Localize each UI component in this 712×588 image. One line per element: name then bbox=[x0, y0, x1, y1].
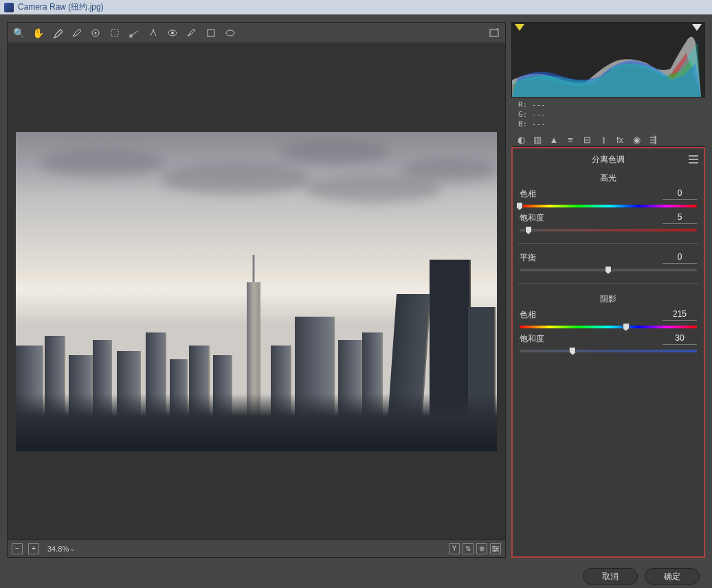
zoom-value: 34.8% bbox=[47, 545, 69, 553]
canvas[interactable] bbox=[8, 43, 505, 539]
tab-curve-icon[interactable]: ▥ bbox=[531, 133, 544, 146]
graduated-filter-icon[interactable] bbox=[204, 26, 218, 40]
shadows-hue-value[interactable]: 215 bbox=[663, 309, 697, 321]
histogram[interactable] bbox=[511, 22, 705, 98]
zoom-tool-icon[interactable]: 🔍 bbox=[12, 26, 25, 40]
panel-menu-icon[interactable] bbox=[689, 155, 698, 163]
crop-tool-icon[interactable] bbox=[108, 26, 122, 40]
shadows-sat-slider[interactable] bbox=[520, 348, 697, 354]
tab-presets-icon[interactable]: ⇶ bbox=[646, 133, 660, 146]
zoom-dropdown[interactable]: 34.8% ⌵ bbox=[45, 543, 78, 554]
highlights-sat-row: 饱和度 5 bbox=[513, 210, 704, 234]
tab-camera-icon[interactable]: ◉ bbox=[630, 133, 643, 146]
shadows-sat-row: 饱和度 30 bbox=[513, 330, 704, 354]
highlights-heading: 高光 bbox=[513, 168, 704, 185]
highlights-sat-value[interactable]: 5 bbox=[663, 212, 697, 224]
svg-rect-3 bbox=[111, 30, 118, 36]
balance-slider[interactable] bbox=[520, 267, 697, 273]
highlights-hue-value[interactable]: 0 bbox=[663, 188, 697, 200]
svg-rect-11 bbox=[490, 30, 498, 36]
shadows-sat-label: 饱和度 bbox=[520, 333, 544, 345]
statusbar: − + 34.8% ⌵ Y ⇅ ⊕ bbox=[8, 539, 505, 557]
spot-removal-icon[interactable] bbox=[146, 26, 160, 40]
panel-tabs: ◐ ▥ ▲ ≡ ⊟ ⫿ fx ◉ ⇶ bbox=[511, 132, 705, 147]
rgb-readout: R: --- G: --- B: --- bbox=[511, 98, 705, 132]
b-value: B: --- bbox=[518, 120, 698, 129]
shadows-sat-value[interactable]: 30 bbox=[663, 333, 697, 345]
balance-value[interactable]: 0 bbox=[663, 252, 697, 264]
sliders-icon[interactable] bbox=[490, 543, 501, 554]
redeye-tool-icon[interactable] bbox=[166, 26, 179, 40]
chevron-down-icon: ⌵ bbox=[70, 544, 75, 553]
preview-toggle-icon[interactable] bbox=[487, 26, 501, 40]
svg-point-0 bbox=[73, 35, 74, 36]
tab-fx-icon[interactable]: fx bbox=[613, 133, 627, 146]
ok-button[interactable]: 确定 bbox=[645, 568, 700, 585]
radial-filter-icon[interactable] bbox=[223, 26, 237, 40]
balance-row: 平衡 0 bbox=[513, 249, 704, 273]
svg-rect-9 bbox=[208, 30, 214, 36]
footer: 取消 确定 bbox=[0, 565, 712, 588]
tab-hsl-icon[interactable]: ≡ bbox=[564, 133, 577, 146]
eyedropper-icon[interactable] bbox=[50, 26, 64, 40]
balance-label: 平衡 bbox=[520, 252, 536, 264]
before-after-y-icon[interactable]: Y bbox=[449, 543, 460, 554]
preview-pane: 🔍 ✋ bbox=[7, 22, 506, 558]
titlebar: Camera Raw (纽约.jpg) bbox=[0, 0, 712, 15]
copy-settings-icon[interactable]: ⊕ bbox=[476, 543, 487, 554]
shadows-heading: 阴影 bbox=[513, 289, 704, 306]
panel-body: 分离色调 高光 色相 0 饱和度 5 bbox=[511, 147, 705, 558]
highlights-hue-slider[interactable] bbox=[520, 203, 697, 210]
svg-point-8 bbox=[171, 32, 174, 34]
highlights-hue-row: 色相 0 bbox=[513, 185, 704, 210]
panel-title: 分离色调 bbox=[592, 155, 625, 164]
zoom-in-button[interactable]: + bbox=[28, 543, 39, 554]
tab-basic-icon[interactable]: ◐ bbox=[514, 133, 528, 146]
panel-title-row: 分离色调 bbox=[513, 151, 704, 168]
straighten-tool-icon[interactable] bbox=[127, 26, 141, 40]
svg-line-4 bbox=[130, 31, 138, 36]
cancel-button[interactable]: 取消 bbox=[583, 568, 638, 585]
divider bbox=[518, 283, 698, 284]
tab-detail-icon[interactable]: ▲ bbox=[547, 133, 561, 146]
svg-point-17 bbox=[494, 550, 496, 551]
divider bbox=[518, 243, 698, 244]
svg-point-6 bbox=[153, 29, 154, 30]
svg-point-15 bbox=[493, 545, 495, 547]
tab-split-tone-icon[interactable]: ⊟ bbox=[580, 133, 594, 146]
svg-point-2 bbox=[95, 32, 97, 34]
hand-tool-icon[interactable]: ✋ bbox=[31, 26, 45, 40]
svg-point-16 bbox=[496, 547, 498, 549]
highlights-sat-label: 饱和度 bbox=[520, 212, 544, 224]
adjustment-brush-icon[interactable] bbox=[185, 26, 199, 40]
shadows-hue-label: 色相 bbox=[520, 309, 536, 321]
zoom-out-button[interactable]: − bbox=[12, 543, 23, 554]
preview-image bbox=[16, 132, 497, 451]
highlights-sat-slider[interactable] bbox=[520, 227, 697, 234]
color-sampler-icon[interactable] bbox=[69, 26, 83, 40]
target-adjustment-icon[interactable] bbox=[89, 26, 102, 40]
shadows-hue-row: 色相 215 bbox=[513, 306, 704, 330]
app-icon bbox=[4, 3, 14, 12]
right-panel: R: --- G: --- B: --- ◐ ▥ ▲ ≡ ⊟ ⫿ fx ◉ ⇶ … bbox=[511, 22, 705, 558]
g-value: G: --- bbox=[518, 110, 698, 120]
toolbar: 🔍 ✋ bbox=[8, 23, 505, 43]
r-value: R: --- bbox=[518, 100, 698, 110]
main-area: 🔍 ✋ bbox=[0, 15, 712, 565]
tab-lens-icon[interactable]: ⫿ bbox=[597, 133, 610, 146]
swap-icon[interactable]: ⇅ bbox=[463, 543, 474, 554]
svg-point-10 bbox=[226, 30, 234, 36]
shadows-hue-slider[interactable] bbox=[520, 324, 697, 330]
highlights-hue-label: 色相 bbox=[520, 188, 536, 200]
window-title: Camera Raw (纽约.jpg) bbox=[18, 1, 104, 13]
